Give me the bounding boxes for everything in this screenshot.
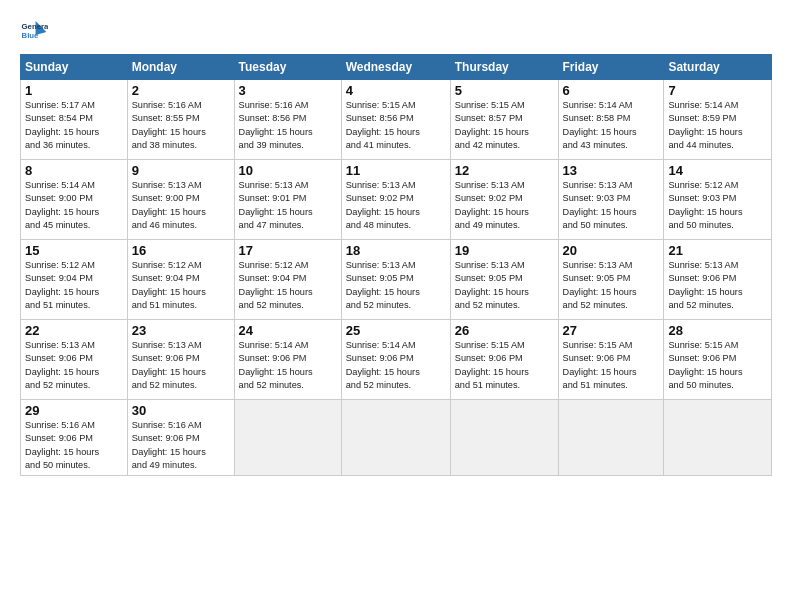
day-info: Sunrise: 5:12 AM Sunset: 9:04 PM Dayligh…	[239, 259, 337, 312]
logo: General Blue	[20, 18, 48, 46]
day-info: Sunrise: 5:14 AM Sunset: 8:58 PM Dayligh…	[563, 99, 660, 152]
day-info: Sunrise: 5:16 AM Sunset: 8:56 PM Dayligh…	[239, 99, 337, 152]
table-row: 28Sunrise: 5:15 AM Sunset: 9:06 PM Dayli…	[664, 320, 772, 400]
day-number: 21	[668, 243, 767, 258]
col-thursday: Thursday	[450, 55, 558, 80]
calendar-page: General Blue Sunday Monday Tuesday Wedne…	[0, 0, 792, 612]
day-info: Sunrise: 5:13 AM Sunset: 9:02 PM Dayligh…	[346, 179, 446, 232]
table-row: 1Sunrise: 5:17 AM Sunset: 8:54 PM Daylig…	[21, 80, 128, 160]
table-row: 30Sunrise: 5:16 AM Sunset: 9:06 PM Dayli…	[127, 400, 234, 476]
table-row: 7Sunrise: 5:14 AM Sunset: 8:59 PM Daylig…	[664, 80, 772, 160]
day-number: 14	[668, 163, 767, 178]
day-number: 23	[132, 323, 230, 338]
day-info: Sunrise: 5:13 AM Sunset: 9:02 PM Dayligh…	[455, 179, 554, 232]
col-monday: Monday	[127, 55, 234, 80]
table-row: 16Sunrise: 5:12 AM Sunset: 9:04 PM Dayli…	[127, 240, 234, 320]
day-number: 24	[239, 323, 337, 338]
header: General Blue	[20, 18, 772, 46]
day-number: 11	[346, 163, 446, 178]
table-row: 25Sunrise: 5:14 AM Sunset: 9:06 PM Dayli…	[341, 320, 450, 400]
day-number: 12	[455, 163, 554, 178]
day-number: 16	[132, 243, 230, 258]
day-info: Sunrise: 5:15 AM Sunset: 8:56 PM Dayligh…	[346, 99, 446, 152]
table-row: 4Sunrise: 5:15 AM Sunset: 8:56 PM Daylig…	[341, 80, 450, 160]
table-row: 23Sunrise: 5:13 AM Sunset: 9:06 PM Dayli…	[127, 320, 234, 400]
table-row: 5Sunrise: 5:15 AM Sunset: 8:57 PM Daylig…	[450, 80, 558, 160]
day-info: Sunrise: 5:13 AM Sunset: 9:06 PM Dayligh…	[132, 339, 230, 392]
day-number: 28	[668, 323, 767, 338]
day-number: 25	[346, 323, 446, 338]
day-number: 4	[346, 83, 446, 98]
day-info: Sunrise: 5:16 AM Sunset: 8:55 PM Dayligh…	[132, 99, 230, 152]
logo-icon: General Blue	[20, 18, 48, 46]
day-info: Sunrise: 5:13 AM Sunset: 9:05 PM Dayligh…	[455, 259, 554, 312]
col-saturday: Saturday	[664, 55, 772, 80]
table-row: 20Sunrise: 5:13 AM Sunset: 9:05 PM Dayli…	[558, 240, 664, 320]
day-info: Sunrise: 5:13 AM Sunset: 9:00 PM Dayligh…	[132, 179, 230, 232]
day-info: Sunrise: 5:14 AM Sunset: 8:59 PM Dayligh…	[668, 99, 767, 152]
svg-text:General: General	[22, 22, 48, 31]
day-number: 15	[25, 243, 123, 258]
col-wednesday: Wednesday	[341, 55, 450, 80]
day-info: Sunrise: 5:15 AM Sunset: 9:06 PM Dayligh…	[455, 339, 554, 392]
table-row: 24Sunrise: 5:14 AM Sunset: 9:06 PM Dayli…	[234, 320, 341, 400]
table-row	[341, 400, 450, 476]
day-info: Sunrise: 5:13 AM Sunset: 9:05 PM Dayligh…	[346, 259, 446, 312]
table-row: 19Sunrise: 5:13 AM Sunset: 9:05 PM Dayli…	[450, 240, 558, 320]
day-number: 8	[25, 163, 123, 178]
day-number: 17	[239, 243, 337, 258]
day-info: Sunrise: 5:13 AM Sunset: 9:01 PM Dayligh…	[239, 179, 337, 232]
calendar-table: Sunday Monday Tuesday Wednesday Thursday…	[20, 54, 772, 476]
day-info: Sunrise: 5:15 AM Sunset: 8:57 PM Dayligh…	[455, 99, 554, 152]
table-row: 2Sunrise: 5:16 AM Sunset: 8:55 PM Daylig…	[127, 80, 234, 160]
header-row: Sunday Monday Tuesday Wednesday Thursday…	[21, 55, 772, 80]
svg-text:Blue: Blue	[22, 31, 40, 40]
col-friday: Friday	[558, 55, 664, 80]
day-number: 18	[346, 243, 446, 258]
day-number: 20	[563, 243, 660, 258]
table-row	[558, 400, 664, 476]
table-row: 26Sunrise: 5:15 AM Sunset: 9:06 PM Dayli…	[450, 320, 558, 400]
day-number: 13	[563, 163, 660, 178]
table-row	[664, 400, 772, 476]
day-number: 27	[563, 323, 660, 338]
day-number: 3	[239, 83, 337, 98]
day-info: Sunrise: 5:13 AM Sunset: 9:03 PM Dayligh…	[563, 179, 660, 232]
day-info: Sunrise: 5:16 AM Sunset: 9:06 PM Dayligh…	[25, 419, 123, 472]
day-number: 7	[668, 83, 767, 98]
day-number: 29	[25, 403, 123, 418]
day-number: 19	[455, 243, 554, 258]
day-number: 5	[455, 83, 554, 98]
day-number: 6	[563, 83, 660, 98]
day-number: 26	[455, 323, 554, 338]
table-row: 21Sunrise: 5:13 AM Sunset: 9:06 PM Dayli…	[664, 240, 772, 320]
day-number: 9	[132, 163, 230, 178]
calendar-week-row: 22Sunrise: 5:13 AM Sunset: 9:06 PM Dayli…	[21, 320, 772, 400]
day-info: Sunrise: 5:16 AM Sunset: 9:06 PM Dayligh…	[132, 419, 230, 472]
calendar-week-row: 1Sunrise: 5:17 AM Sunset: 8:54 PM Daylig…	[21, 80, 772, 160]
day-info: Sunrise: 5:14 AM Sunset: 9:00 PM Dayligh…	[25, 179, 123, 232]
table-row: 18Sunrise: 5:13 AM Sunset: 9:05 PM Dayli…	[341, 240, 450, 320]
table-row: 6Sunrise: 5:14 AM Sunset: 8:58 PM Daylig…	[558, 80, 664, 160]
day-number: 30	[132, 403, 230, 418]
table-row: 9Sunrise: 5:13 AM Sunset: 9:00 PM Daylig…	[127, 160, 234, 240]
day-info: Sunrise: 5:13 AM Sunset: 9:05 PM Dayligh…	[563, 259, 660, 312]
table-row: 29Sunrise: 5:16 AM Sunset: 9:06 PM Dayli…	[21, 400, 128, 476]
calendar-week-row: 8Sunrise: 5:14 AM Sunset: 9:00 PM Daylig…	[21, 160, 772, 240]
day-info: Sunrise: 5:14 AM Sunset: 9:06 PM Dayligh…	[239, 339, 337, 392]
table-row	[234, 400, 341, 476]
table-row: 8Sunrise: 5:14 AM Sunset: 9:00 PM Daylig…	[21, 160, 128, 240]
day-info: Sunrise: 5:13 AM Sunset: 9:06 PM Dayligh…	[25, 339, 123, 392]
calendar-week-row: 15Sunrise: 5:12 AM Sunset: 9:04 PM Dayli…	[21, 240, 772, 320]
table-row: 10Sunrise: 5:13 AM Sunset: 9:01 PM Dayli…	[234, 160, 341, 240]
day-info: Sunrise: 5:12 AM Sunset: 9:04 PM Dayligh…	[132, 259, 230, 312]
day-number: 22	[25, 323, 123, 338]
table-row: 13Sunrise: 5:13 AM Sunset: 9:03 PM Dayli…	[558, 160, 664, 240]
col-tuesday: Tuesday	[234, 55, 341, 80]
day-number: 2	[132, 83, 230, 98]
day-info: Sunrise: 5:12 AM Sunset: 9:03 PM Dayligh…	[668, 179, 767, 232]
day-info: Sunrise: 5:17 AM Sunset: 8:54 PM Dayligh…	[25, 99, 123, 152]
day-info: Sunrise: 5:14 AM Sunset: 9:06 PM Dayligh…	[346, 339, 446, 392]
table-row: 22Sunrise: 5:13 AM Sunset: 9:06 PM Dayli…	[21, 320, 128, 400]
day-info: Sunrise: 5:15 AM Sunset: 9:06 PM Dayligh…	[668, 339, 767, 392]
